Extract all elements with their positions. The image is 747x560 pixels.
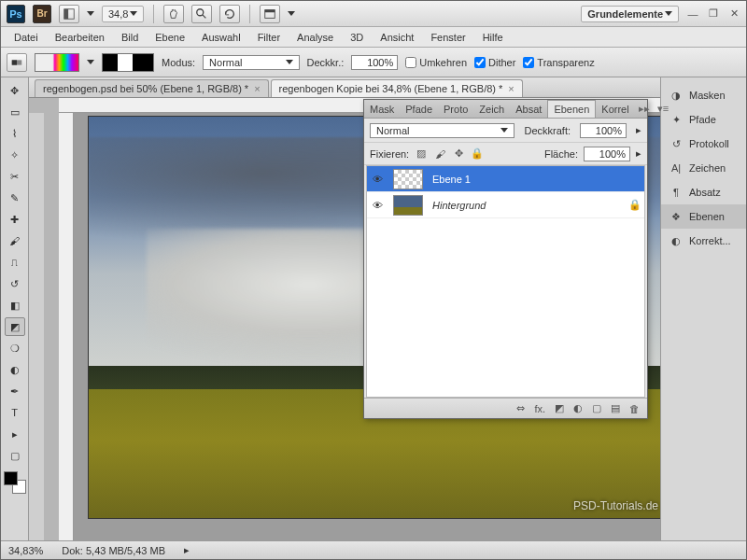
reverse-checkbox[interactable]: Umkehren (405, 57, 467, 68)
layers-panel: Mask Pfade Proto Zeich Absat Ebenen Korr… (363, 99, 648, 419)
layer-row[interactable]: 👁 Hintergrund 🔒 (367, 192, 644, 218)
layout-dropdown-icon[interactable] (87, 11, 94, 16)
blend-mode-dropdown[interactable]: Normal (203, 55, 299, 70)
panel-tab-layers[interactable]: Ebenen (547, 100, 596, 118)
panel-expand-icon[interactable]: ▸▸ (635, 103, 654, 115)
zoom-dropdown[interactable]: 34,8 (102, 6, 144, 22)
gradient-tool-indicator[interactable] (7, 53, 27, 72)
move-tool[interactable]: ✥ (5, 81, 25, 100)
new-layer-icon[interactable]: ▤ (611, 402, 620, 414)
workspace-dropdown[interactable]: Grundelemente (581, 6, 679, 22)
menu-view[interactable]: Ansicht (373, 30, 421, 45)
hand-tool-button[interactable] (163, 5, 184, 23)
panel-tab-char[interactable]: Zeich (473, 101, 510, 118)
opacity-flyout-icon[interactable]: ▸ (636, 124, 641, 136)
blur-tool[interactable]: ❍ (5, 339, 25, 357)
dock-character[interactable]: A|Zeichen (661, 156, 746, 180)
maximize-button[interactable]: ❐ (707, 7, 720, 21)
dock-corrections[interactable]: ◐Korrekt... (661, 229, 746, 253)
panel-tab-para[interactable]: Absat (510, 101, 547, 118)
menu-help[interactable]: Hilfe (475, 30, 511, 45)
layer-mask-icon[interactable]: ◩ (555, 402, 564, 414)
menu-layer[interactable]: Ebene (148, 30, 192, 45)
layout-button[interactable] (59, 5, 79, 23)
healing-tool[interactable]: ✚ (5, 210, 25, 229)
fill-input[interactable]: 100% (584, 147, 630, 161)
shape-tool[interactable]: ▢ (5, 446, 25, 465)
fill-flyout-icon[interactable]: ▸ (636, 147, 641, 160)
gradient-preview-swatch[interactable] (35, 53, 79, 72)
delete-layer-icon[interactable]: 🗑 (629, 403, 640, 414)
menu-image[interactable]: Bild (114, 30, 146, 45)
close-button[interactable]: ✕ (727, 7, 740, 21)
history-brush-tool[interactable]: ↺ (5, 274, 25, 293)
menu-analysis[interactable]: Analyse (289, 30, 341, 45)
dither-checkbox[interactable]: Dither (474, 57, 515, 68)
pen-tool[interactable]: ✒ (5, 382, 25, 400)
opacity-input[interactable]: 100% (351, 55, 398, 70)
document-tab-1[interactable]: regenbogen.psd bei 50% (Ebene 1, RGB/8) … (35, 79, 269, 97)
adjustment-layer-icon[interactable]: ◐ (573, 402, 583, 414)
color-swatches[interactable] (4, 471, 26, 494)
close-icon[interactable]: × (508, 83, 514, 94)
crop-tool[interactable]: ✂ (5, 167, 25, 186)
dock-masks[interactable]: ◑Masken (661, 83, 746, 107)
layer-thumbnail[interactable] (393, 169, 423, 189)
menu-edit[interactable]: Bearbeiten (48, 30, 112, 45)
brush-tool[interactable]: 🖌 (5, 231, 25, 250)
visibility-icon[interactable]: 👁 (367, 174, 388, 185)
menu-3d[interactable]: 3D (343, 30, 371, 45)
visibility-icon[interactable]: 👁 (367, 200, 388, 211)
marquee-tool[interactable]: ▭ (5, 103, 25, 121)
gradient-type-buttons[interactable] (102, 53, 154, 72)
status-zoom[interactable]: 34,83% (8, 545, 43, 556)
panel-menu-icon[interactable]: ▾≡ (654, 103, 672, 115)
minimize-button[interactable]: — (686, 7, 699, 21)
panel-tab-proto[interactable]: Proto (438, 101, 473, 118)
menu-select[interactable]: Auswahl (194, 30, 248, 45)
eraser-tool[interactable]: ◧ (5, 296, 25, 315)
lock-position-icon[interactable]: ✥ (452, 147, 465, 161)
gradient-picker-dropdown-icon[interactable] (87, 60, 94, 64)
gradient-tool[interactable]: ◩ (5, 317, 25, 336)
bridge-logo-icon[interactable]: Br (33, 5, 51, 23)
menu-filter[interactable]: Filter (250, 30, 288, 45)
rotate-view-button[interactable] (219, 5, 240, 23)
panel-tab-mask[interactable]: Mask (364, 101, 400, 118)
type-tool[interactable]: T (5, 403, 25, 422)
layer-opacity-input[interactable]: 100% (580, 123, 627, 138)
dock-layers[interactable]: ❖Ebenen (661, 204, 746, 229)
layer-name[interactable]: Hintergrund (429, 200, 626, 211)
dock-paragraph[interactable]: ¶Absatz (661, 180, 746, 204)
panel-tab-paths[interactable]: Pfade (400, 101, 438, 118)
close-icon[interactable]: × (254, 83, 260, 94)
layer-row[interactable]: 👁 Ebene 1 (367, 166, 644, 192)
layer-group-icon[interactable]: ▢ (592, 402, 601, 414)
screen-mode-button[interactable] (260, 5, 280, 23)
screen-mode-dropdown-icon[interactable] (288, 11, 295, 16)
layer-name[interactable]: Ebene 1 (429, 174, 644, 185)
dither-label: Dither (488, 57, 515, 68)
dock-paths[interactable]: ✦Pfade (661, 107, 746, 132)
dock-protocol[interactable]: ↺Protokoll (661, 132, 746, 156)
stamp-tool[interactable]: ⎍ (5, 253, 25, 272)
layer-thumbnail[interactable] (393, 195, 423, 216)
status-arrow-icon[interactable]: ▸ (184, 544, 190, 556)
menu-file[interactable]: Datei (7, 30, 46, 45)
path-select-tool[interactable]: ▸ (5, 425, 25, 443)
document-tab-2[interactable]: regenbogen Kopie bei 34,8% (Ebene 1, RGB… (271, 79, 523, 97)
eyedropper-tool[interactable]: ✎ (5, 189, 25, 207)
zoom-tool-button[interactable] (191, 5, 212, 23)
dodge-tool[interactable]: ◐ (5, 360, 25, 379)
layer-fx-icon[interactable]: fx. (534, 403, 545, 414)
link-layers-icon[interactable]: ⇔ (516, 402, 525, 414)
lock-all-icon[interactable]: 🔒 (471, 147, 484, 161)
panel-tab-korr[interactable]: Korrel (596, 101, 634, 118)
lock-transparency-icon[interactable]: ▨ (415, 147, 428, 161)
transparency-checkbox[interactable]: Transparenz (523, 57, 594, 68)
layer-blend-dropdown[interactable]: Normal (370, 123, 514, 138)
lock-pixels-icon[interactable]: 🖌 (433, 147, 446, 161)
menu-window[interactable]: Fenster (423, 30, 472, 45)
lasso-tool[interactable]: ⌇ (5, 124, 25, 143)
wand-tool[interactable]: ✧ (5, 146, 25, 164)
